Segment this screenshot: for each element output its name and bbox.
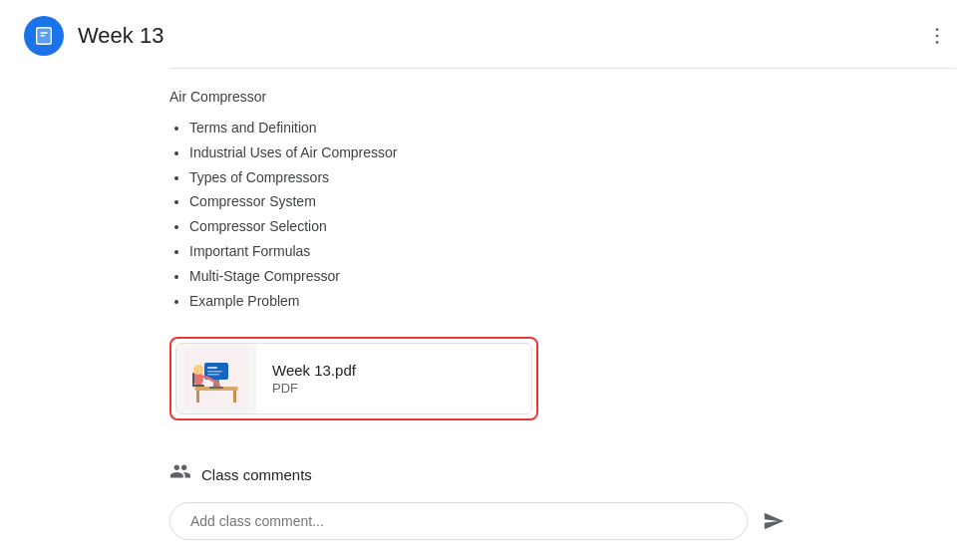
page-header: Week 13 (0, 0, 980, 68)
header-left: Week 13 (24, 16, 163, 56)
svg-point-5 (936, 41, 939, 44)
page-title: Week 13 (78, 23, 163, 49)
pdf-info: Week 13.pdf PDF (256, 354, 531, 404)
pdf-thumbnail (176, 344, 256, 414)
comments-section: Class comments (0, 448, 980, 540)
svg-rect-9 (233, 391, 236, 403)
comments-title: Class comments (201, 466, 312, 483)
svg-rect-15 (207, 374, 219, 376)
topic-list: Terms and Definition Industrial Uses of … (169, 117, 956, 313)
list-item: Industrial Uses of Air Compressor (189, 141, 956, 165)
svg-point-3 (936, 28, 939, 31)
people-icon (169, 460, 191, 488)
class-comment-input[interactable] (169, 502, 748, 540)
list-item: Important Formulas (189, 240, 956, 264)
main-content: Air Compressor Terms and Definition Indu… (0, 69, 980, 448)
list-item: Terms and Definition (189, 117, 956, 140)
section-label: Air Compressor (169, 89, 956, 105)
svg-rect-8 (196, 391, 199, 403)
classroom-icon (24, 16, 64, 56)
list-item: Types of Compressors (189, 166, 956, 190)
pdf-attachment-card[interactable]: Week 13.pdf PDF (175, 343, 532, 414)
svg-rect-11 (209, 387, 223, 389)
svg-rect-19 (192, 373, 194, 387)
pdf-type-label: PDF (272, 381, 515, 396)
list-item: Compressor Selection (189, 215, 956, 239)
svg-rect-14 (207, 371, 222, 373)
comment-input-row (169, 502, 956, 540)
list-item: Example Problem (189, 290, 956, 314)
pdf-attachment-highlight: Week 13.pdf PDF (169, 337, 538, 420)
svg-point-4 (936, 35, 939, 38)
svg-point-17 (193, 365, 203, 375)
comments-header: Class comments (169, 460, 956, 488)
send-comment-button[interactable] (756, 503, 792, 539)
list-item: Multi-Stage Compressor (189, 265, 956, 289)
svg-rect-1 (40, 32, 47, 33)
svg-rect-2 (40, 35, 45, 36)
svg-rect-13 (207, 367, 217, 369)
more-options-button[interactable] (918, 21, 956, 51)
pdf-filename: Week 13.pdf (272, 362, 515, 379)
list-item: Compressor System (189, 190, 956, 214)
